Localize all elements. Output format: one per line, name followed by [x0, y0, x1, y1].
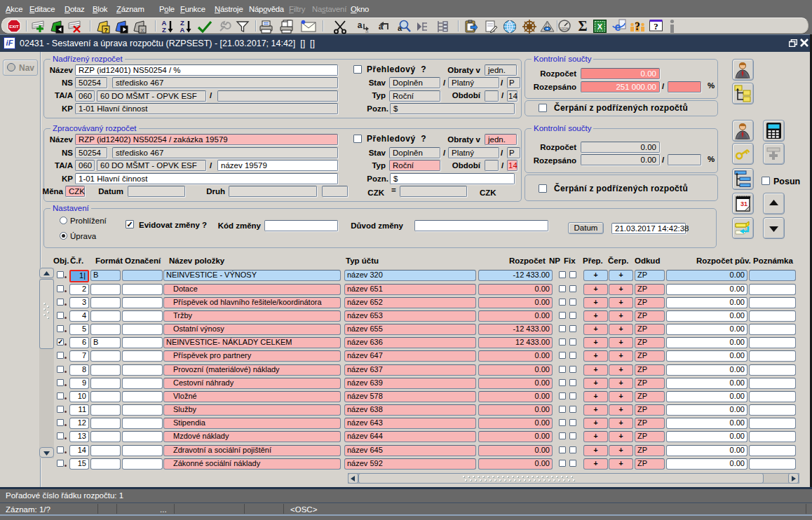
svg-text:Z: Z	[162, 26, 166, 34]
svg-text:X: X	[597, 22, 603, 31]
svg-text:A: A	[180, 26, 185, 34]
svg-text:?: ?	[654, 21, 658, 32]
svg-text:EXIT: EXIT	[9, 25, 19, 29]
svg-text:a: a	[358, 20, 363, 30]
svg-text:?: ?	[104, 27, 108, 34]
svg-text:131%: 131%	[560, 27, 569, 31]
svg-text:31: 31	[740, 200, 747, 207]
svg-text:Σ: Σ	[578, 18, 587, 34]
svg-text:?: ?	[635, 20, 640, 32]
svg-text:x: x	[140, 27, 144, 34]
svg-text:a: a	[365, 28, 369, 34]
